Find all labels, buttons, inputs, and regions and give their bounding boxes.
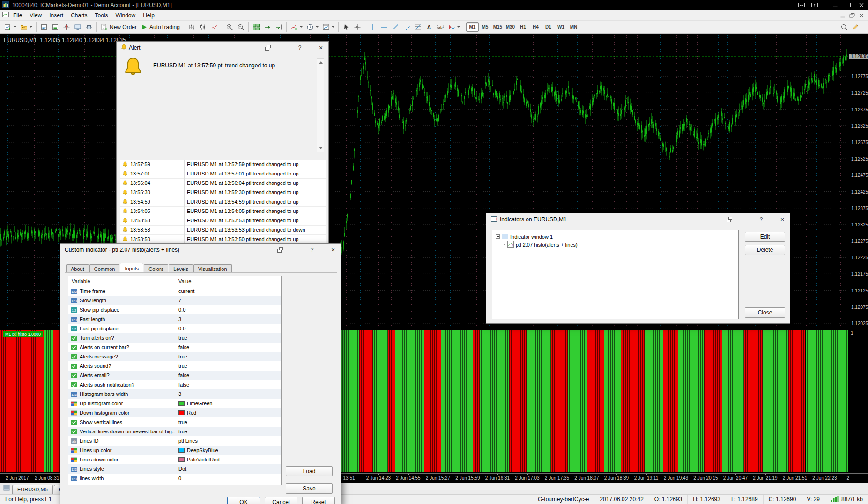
auto-scroll-button[interactable] (262, 22, 273, 32)
restore-chart-icon[interactable] (847, 11, 857, 20)
close-icon[interactable] (855, 0, 868, 10)
menu-tools[interactable]: Tools (91, 11, 112, 20)
profiles-button[interactable] (18, 22, 34, 32)
menu-file[interactable]: File (9, 11, 26, 20)
menu-charts[interactable]: Charts (67, 11, 91, 20)
tab-about[interactable]: About (66, 264, 89, 273)
alert-row[interactable]: 13:53:53EURUSD M1 at 13:53:53 ptl trend … (120, 226, 326, 235)
input-value[interactable]: LimeGreen (175, 401, 212, 406)
input-value[interactable]: true (175, 363, 187, 369)
periods-button[interactable] (304, 22, 320, 32)
alert-dialog-titlebar[interactable]: Alert ? × (117, 42, 328, 54)
input-value[interactable]: true (175, 335, 187, 341)
input-value[interactable]: 7 (175, 298, 181, 303)
alert-row[interactable]: 13:56:04EURUSD M1 at 13:56:04 ptl trend … (120, 179, 326, 188)
zoom-out-button[interactable] (235, 22, 246, 32)
scroll-down-icon[interactable] (319, 147, 323, 149)
timeframe-m30-button[interactable]: M30 (504, 22, 517, 32)
cursor-button[interactable] (341, 22, 352, 32)
data-window-button[interactable] (50, 22, 61, 32)
equidistant-channel-button[interactable] (401, 22, 412, 32)
vertical-line-button[interactable] (367, 22, 378, 32)
navigator-button[interactable] (61, 22, 72, 32)
new-chart-button[interactable] (2, 22, 18, 32)
input-value[interactable]: 3 (175, 391, 181, 397)
text-label-button[interactable]: ab (435, 22, 446, 32)
new-order-button[interactable]: New Order (99, 22, 139, 32)
input-value[interactable]: Red (175, 410, 196, 416)
terminal-button[interactable] (72, 22, 83, 32)
templates-button[interactable] (320, 22, 336, 32)
crosshair-button[interactable] (352, 22, 363, 32)
help-button[interactable]: ? (307, 246, 317, 254)
maximize-icon[interactable] (842, 0, 855, 10)
input-value[interactable]: ptl Lines (175, 438, 198, 444)
close-button[interactable]: × (328, 246, 338, 254)
input-value[interactable]: Dot (175, 466, 186, 472)
tree-item-indicator-window[interactable]: Indicator window 1 (510, 234, 553, 240)
chart-system-icon[interactable] (2, 11, 9, 20)
input-value[interactable]: 0.0 (175, 307, 185, 313)
detach-window-icon[interactable] (725, 215, 734, 224)
tile-windows-button[interactable] (251, 22, 262, 32)
load-button[interactable]: Load (286, 466, 333, 476)
market-watch-button[interactable] (38, 22, 50, 32)
candle-chart-button[interactable] (197, 22, 208, 32)
timeframe-m5-button[interactable]: M5 (479, 22, 491, 32)
tab-colors[interactable]: Colors (144, 264, 168, 273)
menu-window[interactable]: Window (112, 11, 140, 20)
bar-chart-button[interactable] (186, 22, 197, 32)
timeframe-h1-button[interactable]: H1 (517, 22, 529, 32)
menu-view[interactable]: View (26, 11, 45, 20)
reset-button[interactable]: Reset (302, 497, 335, 504)
input-value[interactable]: current (175, 288, 194, 294)
alert-row[interactable]: 13:53:50EURUSD M1 at 13:53:50 ptl trend … (120, 235, 326, 244)
price-scale[interactable]: 1.127751.127251.126751.126251.125751.125… (849, 34, 868, 483)
autotrading-button[interactable]: AutoTrading (139, 22, 182, 32)
tree-collapse-toggle[interactable] (496, 234, 500, 239)
help-button[interactable]: ? (757, 215, 766, 224)
tree-row-indicator[interactable]: f ptl 2.07 histo(alerts + lines) (492, 241, 738, 248)
zoom-in-button[interactable] (224, 22, 235, 32)
cancel-button[interactable]: Cancel (265, 497, 297, 504)
inputs-table[interactable]: Variable Value 123Time framecurrent123Sl… (68, 276, 282, 485)
help-button[interactable]: ? (295, 44, 304, 52)
alert-row[interactable]: 13:54:59EURUSD M1 at 13:54:59 ptl trend … (120, 197, 326, 207)
alert-row[interactable]: 13:55:30EURUSD M1 at 13:55:30 ptl trend … (120, 188, 326, 197)
menu-help[interactable]: Help (139, 11, 158, 20)
timeframe-m15-button[interactable]: M15 (491, 22, 504, 32)
alert-row[interactable]: 13:53:53EURUSD M1 at 13:53:53 ptl trend … (120, 216, 326, 226)
timeframe-mn-button[interactable]: MN (567, 22, 580, 32)
tab-levels[interactable]: Levels (169, 264, 193, 273)
custom-indicator-titlebar[interactable]: Custom Indicator - ptl 2.07 histo(alerts… (60, 244, 341, 256)
input-value[interactable]: false (175, 373, 189, 378)
edit-button[interactable]: Edit (745, 232, 785, 242)
input-value[interactable]: false (175, 382, 189, 387)
dock-left-right-icon[interactable] (795, 0, 808, 10)
indicators-button[interactable] (289, 22, 304, 32)
timeframe-w1-button[interactable]: W1 (555, 22, 567, 32)
tree-row-indicator-window[interactable]: Indicator window 1 (492, 233, 738, 241)
styler-button[interactable] (850, 22, 861, 32)
ok-button[interactable]: OK (227, 497, 260, 504)
strategy-tester-button[interactable] (83, 22, 95, 32)
chart-shift-button[interactable] (273, 22, 284, 32)
dock-up-icon[interactable] (808, 0, 821, 10)
alert-row[interactable]: 13:57:01EURUSD M1 at 13:57:01 ptl trend … (120, 169, 326, 179)
minimize-chart-icon[interactable] (838, 11, 847, 20)
tree-item-indicator[interactable]: ptl 2.07 histo(alerts + lines) (516, 242, 578, 248)
save-button[interactable]: Save (286, 483, 333, 494)
fibonacci-button[interactable] (412, 22, 423, 32)
scroll-up-icon[interactable] (319, 61, 323, 64)
arrows-button[interactable] (446, 22, 462, 32)
input-value[interactable]: 0 (175, 475, 181, 481)
indicators-tree[interactable]: Indicator window 1 f ptl 2.07 histo(aler… (492, 230, 739, 319)
detach-window-icon[interactable] (263, 44, 273, 52)
input-value[interactable]: true (175, 419, 187, 425)
chart-list-icon[interactable] (3, 484, 10, 493)
close-button[interactable]: × (316, 44, 326, 52)
close-button[interactable]: × (778, 215, 787, 224)
timeframe-d1-button[interactable]: D1 (542, 22, 555, 32)
input-value[interactable]: PaleVioletRed (175, 457, 220, 462)
trendline-button[interactable] (390, 22, 401, 32)
